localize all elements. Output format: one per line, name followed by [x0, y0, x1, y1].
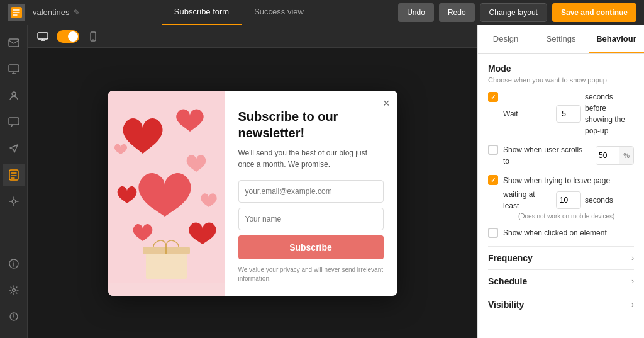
waiting-least-label: waiting at least: [503, 189, 552, 211]
tab-behaviour[interactable]: Behaviour: [589, 25, 644, 53]
mode-title: Mode: [488, 64, 634, 74]
leave-page-row: ✓ Show when trying to leave page waiting…: [488, 174, 634, 220]
project-name-text: valentines: [33, 8, 70, 17]
click-element-checkbox[interactable]: [488, 228, 498, 238]
frequency-chevron-icon: ›: [631, 254, 634, 262]
hearts-background: [108, 91, 225, 296]
sidebar-item-contacts[interactable]: [3, 84, 25, 107]
mode-section: Mode Choose when you want to show popup …: [488, 64, 634, 239]
popup-close-button[interactable]: ×: [383, 97, 390, 110]
toggle-knob: [68, 31, 78, 42]
tab-design[interactable]: Design: [478, 25, 533, 53]
schedule-section[interactable]: Schedule ›: [488, 269, 634, 293]
tab-settings[interactable]: Settings: [533, 25, 589, 53]
left-sidebar: [0, 25, 28, 338]
canvas-toolbar: [28, 25, 477, 48]
scroll-row: Show when user scrolls to %: [488, 144, 634, 167]
sidebar-item-monitor[interactable]: [3, 58, 25, 81]
frequency-title: Frequency: [488, 253, 533, 263]
visibility-title: Visibility: [488, 300, 524, 310]
canvas-content: ×: [28, 48, 477, 338]
sidebar-item-settings[interactable]: [3, 279, 25, 301]
wait-label: Wait: [503, 108, 552, 120]
edit-project-name-icon[interactable]: ✎: [74, 8, 80, 17]
wait-input-row: Wait seconds before showing the pop-up: [503, 91, 634, 137]
topbar-tabs: Subscribe form Success view: [162, 0, 316, 25]
svg-rect-1: [9, 39, 19, 47]
tab-success-view[interactable]: Success view: [242, 0, 316, 25]
mobile-device-button[interactable]: [86, 29, 101, 44]
sidebar-item-power[interactable]: [3, 305, 25, 328]
svg-rect-10: [38, 33, 48, 39]
svg-rect-14: [146, 251, 187, 279]
topbar-actions: Undo Redo Change layout Save and continu…: [398, 3, 636, 22]
frequency-section[interactable]: Frequency ›: [488, 246, 634, 269]
toggle-switch[interactable]: [57, 30, 79, 43]
wait-value-input[interactable]: [556, 105, 581, 123]
click-element-row: Show when clicked on element: [488, 227, 634, 239]
popup-image: [108, 91, 225, 296]
popup-content: Subscribe to our newsletter! We'll send …: [225, 91, 397, 296]
sidebar-item-chat[interactable]: [3, 111, 25, 133]
schedule-title: Schedule: [488, 276, 527, 286]
no-mobile-note: (Does not work on mobile devices): [518, 213, 634, 220]
popup-description: We'll send you the best of our blog just…: [238, 147, 384, 170]
app-logo: [8, 4, 25, 21]
sidebar-item-forms[interactable]: [3, 164, 25, 186]
wait-row: ✓ Wait seconds before showing the pop-up: [488, 91, 634, 137]
sidebar-item-send[interactable]: [3, 137, 25, 160]
svg-point-6: [12, 200, 16, 203]
project-name-container: valentines ✎: [33, 8, 80, 17]
seconds-label: seconds: [585, 194, 634, 206]
right-panel: Design Settings Behaviour Mode Choose wh…: [477, 25, 644, 338]
leave-page-label: Show when trying to leave page: [503, 176, 610, 185]
change-layout-button[interactable]: Change layout: [480, 3, 547, 22]
topbar: valentines ✎ Subscribe form Success view…: [0, 0, 644, 25]
leave-check-icon: ✓: [491, 177, 496, 184]
email-input[interactable]: [238, 180, 384, 203]
sidebar-item-info[interactable]: [3, 252, 25, 275]
desktop-device-button[interactable]: [35, 29, 50, 44]
waiting-least-input[interactable]: [556, 191, 581, 209]
wait-checkbox[interactable]: ✓: [488, 92, 498, 102]
visibility-section[interactable]: Visibility ›: [488, 293, 634, 316]
scroll-pct-box: %: [596, 146, 634, 165]
visibility-chevron-icon: ›: [631, 300, 634, 309]
undo-button[interactable]: Undo: [398, 3, 434, 22]
wait-check-icon: ✓: [491, 94, 496, 101]
canvas-area: ×: [28, 25, 477, 338]
scroll-value-input[interactable]: [596, 147, 619, 164]
panel-tabs: Design Settings Behaviour: [478, 25, 644, 54]
svg-rect-4: [9, 118, 19, 125]
sidebar-item-email[interactable]: [3, 31, 25, 54]
popup-title: Subscribe to our newsletter!: [238, 108, 384, 141]
wait-suffix: seconds before showing the pop-up: [585, 91, 634, 137]
main-layout: ×: [0, 25, 644, 338]
tab-subscribe-form[interactable]: Subscribe form: [162, 0, 242, 25]
scroll-pct-label: %: [619, 147, 633, 164]
scroll-checkbox[interactable]: [488, 145, 498, 155]
save-continue-button[interactable]: Save and continue: [552, 3, 636, 22]
svg-rect-2: [9, 65, 19, 72]
sidebar-item-plugins[interactable]: [3, 190, 25, 213]
panel-body: Mode Choose when you want to show popup …: [478, 54, 644, 338]
popup-modal: ×: [108, 91, 397, 296]
svg-point-3: [12, 92, 16, 96]
schedule-chevron-icon: ›: [631, 277, 634, 286]
svg-point-8: [12, 289, 15, 292]
svg-point-12: [92, 39, 94, 40]
redo-button[interactable]: Redo: [439, 3, 475, 22]
leave-page-checkbox[interactable]: ✓: [488, 175, 498, 185]
mode-subtitle: Choose when you want to show popup: [488, 76, 634, 84]
subscribe-button[interactable]: Subscribe: [238, 235, 384, 259]
privacy-text: We value your privacy and will never sen…: [238, 266, 384, 283]
scroll-label: Show when user scrolls to: [503, 144, 591, 167]
name-input[interactable]: [238, 208, 384, 230]
sidebar-bottom: [3, 252, 25, 332]
click-element-label: Show when clicked on element: [503, 227, 634, 239]
